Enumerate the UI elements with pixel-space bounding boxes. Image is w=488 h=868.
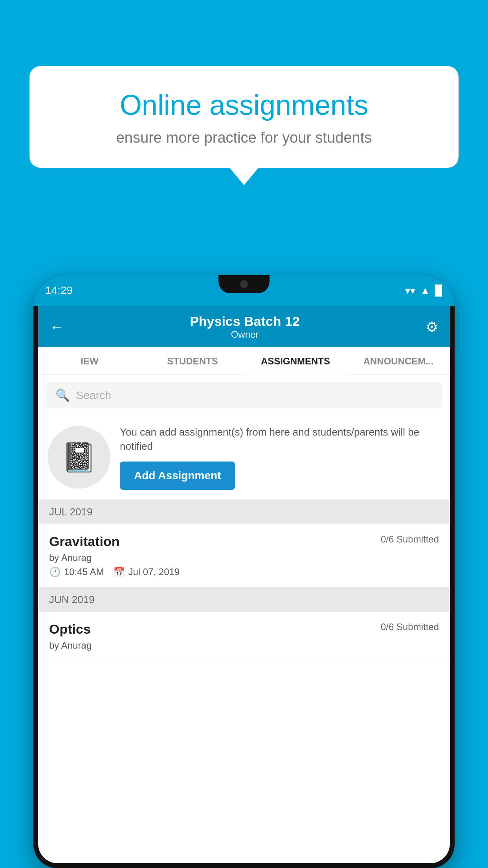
month-header-jul: JUL 2019 (38, 500, 450, 524)
assignment-top-row-optics: Optics 0/6 Submitted (49, 622, 439, 637)
assignment-submitted-gravitation: 0/6 Submitted (381, 534, 439, 545)
batch-title: Physics Batch 12 (190, 314, 300, 329)
settings-icon[interactable]: ⚙ (426, 319, 438, 335)
info-description: You can add assignment(s) from here and … (120, 425, 440, 454)
tab-assignments[interactable]: ASSIGNMENTS (244, 347, 347, 375)
assignment-date-gravitation: 📅 Jul 07, 2019 (113, 566, 180, 577)
search-bar[interactable]: 🔍 Search (46, 382, 442, 408)
add-assignment-button[interactable]: Add Assignment (120, 462, 235, 490)
month-label-jul: JUL 2019 (49, 506, 92, 518)
assignment-by-optics: by Anurag (49, 640, 439, 651)
notch (218, 275, 270, 293)
status-time: 14:29 (45, 284, 73, 297)
tab-announcements[interactable]: ANNOUNCEM... (347, 347, 450, 374)
clock-icon: 🕐 (49, 566, 61, 577)
bubble-title: Online assignments (57, 90, 431, 121)
calendar-icon: 📅 (113, 566, 125, 577)
assignment-name-gravitation: Gravitation (49, 534, 119, 549)
assignment-submitted-optics: 0/6 Submitted (381, 622, 439, 633)
search-container: 🔍 Search (38, 375, 450, 416)
assignment-item-optics[interactable]: Optics 0/6 Submitted by Anurag (38, 612, 450, 664)
assignment-item-gravitation[interactable]: Gravitation 0/6 Submitted by Anurag 🕐 10… (38, 524, 450, 587)
info-text-section: You can add assignment(s) from here and … (120, 425, 440, 490)
status-bar: 14:29 ▾▾ ▲ ▉ (33, 275, 455, 306)
camera-dot (240, 280, 248, 288)
assignment-time-gravitation: 🕐 10:45 AM (49, 566, 104, 577)
signal-icon: ▲ (420, 285, 430, 297)
tab-overview[interactable]: IEW (38, 347, 141, 374)
wifi-icon: ▾▾ (405, 285, 415, 297)
assignment-top-row: Gravitation 0/6 Submitted (49, 534, 439, 549)
speech-bubble: Online assignments ensure more practice … (29, 66, 459, 168)
month-label-jun: JUN 2019 (49, 594, 95, 605)
app-header: ← Physics Batch 12 Owner ⚙ (38, 306, 450, 347)
time-value-gravitation: 10:45 AM (64, 566, 104, 577)
notebook-icon: 📓 (61, 441, 97, 474)
search-icon: 🔍 (55, 388, 70, 402)
tab-students[interactable]: STUDENTS (141, 347, 244, 374)
phone-frame: 14:29 ▾▾ ▲ ▉ ← Physics Batch 12 Owner ⚙ … (33, 275, 455, 868)
assignment-icon-circle: 📓 (48, 426, 110, 489)
batch-role: Owner (190, 329, 300, 340)
speech-bubble-container: Online assignments ensure more practice … (29, 66, 459, 168)
info-section: 📓 You can add assignment(s) from here an… (38, 416, 450, 500)
header-title-section: Physics Batch 12 Owner (190, 314, 300, 340)
date-value-gravitation: Jul 07, 2019 (128, 566, 180, 577)
phone-screen: ← Physics Batch 12 Owner ⚙ IEW STUDENTS … (38, 306, 450, 863)
bubble-subtitle: ensure more practice for your students (57, 129, 431, 146)
battery-icon: ▉ (435, 285, 443, 297)
assignment-meta-gravitation: 🕐 10:45 AM 📅 Jul 07, 2019 (49, 566, 439, 577)
assignment-name-optics: Optics (49, 622, 91, 637)
status-icons: ▾▾ ▲ ▉ (405, 285, 443, 297)
back-button[interactable]: ← (50, 319, 64, 335)
month-header-jun: JUN 2019 (38, 587, 450, 612)
search-placeholder: Search (76, 389, 111, 402)
tabs-container: IEW STUDENTS ASSIGNMENTS ANNOUNCEM... (38, 347, 450, 375)
assignment-by-gravitation: by Anurag (49, 552, 439, 563)
